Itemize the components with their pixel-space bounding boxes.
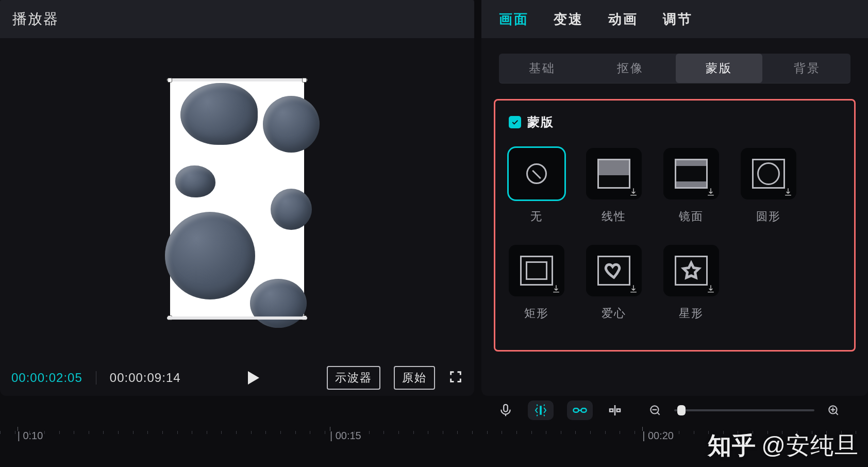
mask-rect-label: 矩形 (524, 306, 549, 321)
ruler-tick: | 00:15 (330, 430, 361, 442)
inspector-tabs: 画面 变速 动画 调节 (481, 0, 868, 38)
download-icon (706, 283, 716, 294)
ruler-tick: | 00:20 (642, 430, 674, 442)
svg-rect-0 (504, 405, 508, 412)
video-clip[interactable] (170, 80, 304, 318)
mask-label: 蒙版 (527, 114, 554, 130)
watermark: 知乎 @安纯旦 (708, 430, 859, 462)
zoom-track[interactable] (674, 409, 814, 411)
mirror-icon (675, 159, 708, 189)
download-icon (628, 187, 639, 197)
time-separator (96, 371, 96, 385)
scope-button[interactable]: 示波器 (327, 366, 380, 390)
timeline-toolbar (0, 396, 868, 425)
mask-section-highlight: 蒙版 无 线性 (494, 99, 856, 352)
subtab-background[interactable]: 背景 (764, 54, 851, 83)
mask-star[interactable]: 星形 (663, 245, 719, 321)
mask-none[interactable]: 无 (509, 148, 564, 224)
check-icon (511, 118, 519, 126)
ratio-button[interactable]: 原始 (394, 366, 435, 390)
mask-mirror-label: 镜面 (679, 209, 704, 224)
mask-mirror[interactable]: 镜面 (663, 148, 719, 224)
player-panel: 播放器 00:00:02:05 00:00:09 (0, 0, 474, 396)
auto-subtitle-icon (533, 403, 548, 418)
mic-button[interactable] (497, 402, 514, 419)
svg-rect-2 (581, 408, 587, 412)
star-icon (675, 256, 708, 286)
mask-none-label: 无 (530, 209, 543, 224)
mask-enable-checkbox[interactable] (509, 116, 521, 128)
svg-rect-1 (574, 408, 579, 412)
mask-heart[interactable]: 爱心 (586, 245, 642, 321)
mic-icon (498, 403, 513, 418)
none-icon (526, 163, 547, 184)
resize-handle[interactable] (302, 78, 307, 82)
linear-icon (597, 159, 630, 189)
circle-icon (752, 159, 785, 189)
resize-handle[interactable] (168, 315, 172, 320)
time-total: 00:00:09:14 (110, 371, 181, 385)
subtab-basic[interactable]: 基础 (499, 54, 586, 83)
mask-circle[interactable]: 圆形 (741, 148, 796, 224)
mask-star-label: 星形 (679, 306, 704, 321)
download-icon (551, 283, 561, 294)
link-button[interactable] (567, 401, 593, 420)
zoom-in-icon (827, 404, 840, 417)
download-icon (706, 187, 716, 197)
mask-circle-label: 圆形 (756, 209, 781, 224)
mask-grid: 无 线性 镜面 (509, 148, 841, 321)
zoom-in-button[interactable] (825, 402, 842, 419)
align-button[interactable] (606, 402, 624, 419)
rect-icon (520, 256, 553, 286)
player-title: 播放器 (0, 0, 474, 38)
mask-linear-label: 线性 (602, 209, 626, 224)
player-controls: 00:00:02:05 00:00:09:14 示波器 原始 (0, 360, 474, 396)
heart-icon (597, 256, 630, 286)
align-icon (607, 403, 623, 418)
zoom-thumb[interactable] (677, 405, 686, 415)
subtab-cutout[interactable]: 抠像 (588, 54, 674, 83)
tab-animate[interactable]: 动画 (608, 10, 638, 28)
resize-handle[interactable] (168, 78, 172, 82)
zoom-out-icon (648, 404, 662, 417)
auto-subtitle-button[interactable] (528, 401, 554, 420)
tab-adjust[interactable]: 调节 (663, 10, 693, 28)
inspector-panel: 画面 变速 动画 调节 基础 抠像 蒙版 背景 蒙版 (481, 0, 868, 396)
watermark-author: @安纯旦 (761, 430, 859, 462)
ruler-tick: | 0:10 (18, 430, 43, 442)
mask-linear[interactable]: 线性 (586, 148, 642, 224)
fullscreen-icon (448, 370, 463, 384)
download-icon (628, 283, 639, 294)
fullscreen-button[interactable] (448, 370, 463, 386)
mask-heart-label: 爱心 (602, 306, 626, 321)
tab-picture[interactable]: 画面 (499, 10, 529, 28)
time-current: 00:00:02:05 (11, 371, 82, 385)
mask-section-title: 蒙版 (509, 114, 841, 130)
download-icon (783, 187, 793, 197)
watermark-brand: 知乎 (708, 430, 756, 462)
resize-handle[interactable] (302, 315, 307, 320)
link-icon (572, 403, 588, 418)
zoom-slider[interactable] (646, 402, 842, 419)
zoom-out-button[interactable] (646, 402, 664, 419)
subtab-mask[interactable]: 蒙版 (676, 54, 762, 83)
player-viewport[interactable] (0, 38, 474, 360)
mask-rect[interactable]: 矩形 (509, 245, 564, 321)
tab-speed[interactable]: 变速 (554, 10, 583, 28)
inspector-subtabs: 基础 抠像 蒙版 背景 (499, 54, 850, 84)
play-button[interactable] (194, 371, 313, 385)
play-icon (248, 371, 259, 385)
